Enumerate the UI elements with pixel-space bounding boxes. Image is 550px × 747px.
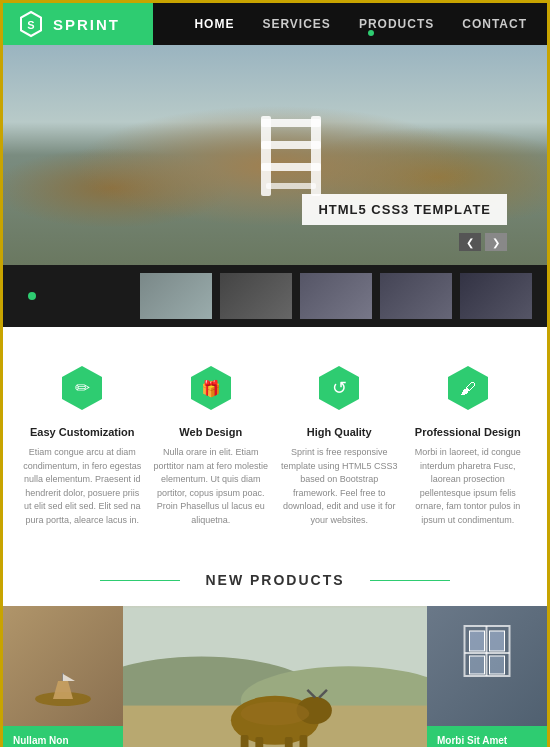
svg-rect-4 [261, 119, 321, 127]
brand-name: SPRINT [53, 16, 120, 33]
thumbnail-2[interactable] [220, 273, 292, 319]
products-section: Nullam Non Ultrices Arcu [3, 606, 547, 747]
svg-marker-19 [63, 674, 75, 681]
nav-contact[interactable]: CONTACT [462, 17, 527, 31]
features-section: ✏ Easy Customization Etiam congue arcu a… [3, 327, 547, 552]
hero-chair-image [251, 111, 331, 201]
svg-rect-5 [261, 141, 321, 149]
thumbnail-3[interactable] [300, 273, 372, 319]
feature-quality-title: High Quality [307, 426, 372, 438]
product-main-image: fancollage.com [123, 606, 427, 747]
thumbnail-1[interactable] [140, 273, 212, 319]
feature-quality-desc: Sprint is free responsive template using… [280, 446, 399, 527]
feature-quality: ↺ High Quality Sprint is free responsive… [280, 362, 399, 527]
feature-webdesign: 🎁 Web Design Nulla orare in elit. Etiam … [152, 362, 271, 527]
new-products-divider: NEW PRODUCTS [3, 552, 547, 606]
feature-professional-desc: Morbi in laoreet, id congue interdum pha… [409, 446, 528, 527]
navbar-links: HOME SERVICES PRODUCTS CONTACT [194, 17, 547, 31]
svg-rect-35 [490, 631, 505, 651]
navbar: S SPRINT HOME SERVICES PRODUCTS CONTACT [3, 3, 547, 45]
window-icon [460, 621, 515, 681]
svg-rect-6 [261, 163, 321, 171]
thumbnail-4[interactable] [380, 273, 452, 319]
boat-icon [33, 671, 93, 706]
hero-badge: HTML5 CSS3 TEMPLATE [302, 194, 507, 225]
product-image-right [427, 606, 547, 726]
feature-professional-title: Professional Design [415, 426, 521, 438]
new-products-title: NEW PRODUCTS [205, 572, 344, 588]
cow-landscape-svg [123, 606, 427, 747]
svg-rect-37 [490, 656, 505, 674]
customization-hex-icon: ✏ [56, 362, 108, 414]
hero-prev-arrow[interactable]: ❮ [459, 233, 481, 251]
thumbnail-5[interactable] [460, 273, 532, 319]
hero-navigation: ❮ ❯ [459, 233, 507, 251]
hero-next-arrow[interactable]: ❯ [485, 233, 507, 251]
nav-active-indicator [368, 30, 374, 36]
nav-home[interactable]: HOME [194, 17, 234, 31]
product-label-right: Morbi Sit Amet Lorem [427, 726, 547, 747]
logo-hex-icon: S [17, 10, 45, 38]
svg-rect-29 [300, 735, 308, 747]
feature-customization-title: Easy Customization [30, 426, 135, 438]
product-label-left: Nullam Non Ultrices Arcu [3, 726, 123, 747]
svg-text:✏: ✏ [75, 378, 90, 398]
product-card-center[interactable]: fancollage.com [123, 606, 427, 747]
hero-section: HTML5 CSS3 TEMPLATE ❮ ❯ [3, 45, 547, 265]
svg-text:S: S [27, 19, 34, 31]
feature-professional: 🖌 Professional Design Morbi in laoreet, … [409, 362, 528, 527]
svg-rect-36 [470, 656, 485, 674]
feature-customization: ✏ Easy Customization Etiam congue arcu a… [23, 362, 142, 527]
nav-products[interactable]: PRODUCTS [359, 17, 434, 31]
svg-marker-17 [53, 681, 73, 699]
professional-hex-icon: 🖌 [442, 362, 494, 414]
feature-webdesign-title: Web Design [179, 426, 242, 438]
svg-rect-7 [266, 183, 316, 189]
webdesign-hex-icon: 🎁 [185, 362, 237, 414]
product-card-left[interactable]: Nullam Non Ultrices Arcu [3, 606, 123, 747]
feature-customization-desc: Etiam congue arcu at diam condimentum, i… [23, 446, 142, 527]
divider-line-left [100, 580, 180, 581]
brand: S SPRINT [3, 3, 153, 45]
svg-point-32 [241, 702, 310, 726]
quality-hex-icon: ↺ [313, 362, 365, 414]
svg-text:↺: ↺ [332, 378, 347, 398]
divider-line-right [370, 580, 450, 581]
product-image-left [3, 606, 123, 726]
svg-rect-34 [470, 631, 485, 651]
thumb-dot-indicator [28, 292, 36, 300]
product-card-right[interactable]: Morbi Sit Amet Lorem [427, 606, 547, 747]
nav-services[interactable]: SERVICES [262, 17, 330, 31]
svg-text:🖌: 🖌 [460, 380, 476, 397]
feature-webdesign-desc: Nulla orare in elit. Etiam porttitor nam… [152, 446, 271, 527]
svg-text:🎁: 🎁 [201, 379, 221, 398]
thumbnail-strip [3, 265, 547, 327]
svg-rect-26 [241, 735, 249, 747]
